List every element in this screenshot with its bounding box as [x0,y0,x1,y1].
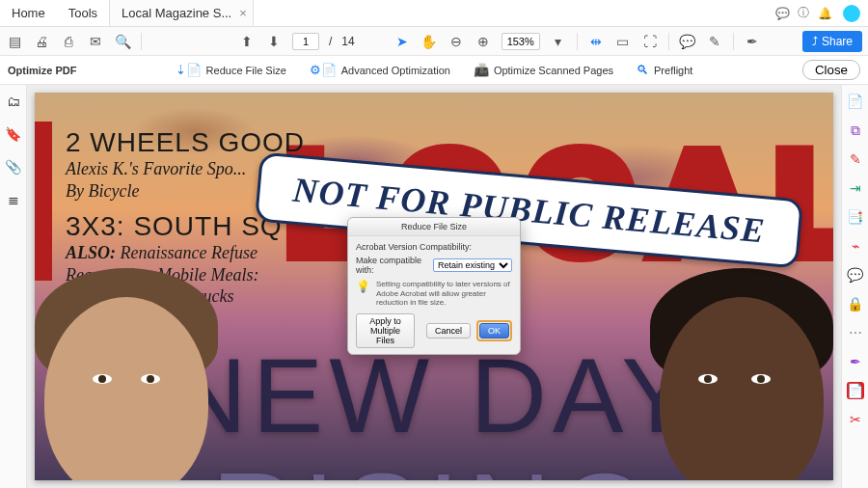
page-down-icon[interactable]: ⬇ [265,33,283,50]
dialog-title: Reduce File Size [348,218,520,236]
optimize-pdf-icon[interactable]: 📄 [847,382,864,399]
optimize-toolbar: Optimize PDF ⇣📄Reduce File Size ⚙︎📄Advan… [0,56,868,85]
tab-document[interactable]: Local Magazine S... × [109,0,254,26]
option-preflight[interactable]: 🔍︎Preflight [637,63,692,77]
notifications-icon[interactable]: 🔔 [814,7,835,20]
scanned-icon: 📠 [474,63,489,77]
export-pdf-icon[interactable]: ⇥ [847,179,864,197]
divider [733,33,734,50]
sign-icon[interactable]: ✒︎ [744,33,761,50]
preflight-icon: 🔍︎ [637,63,649,77]
zoom-out-icon[interactable]: ⊖ [448,33,465,50]
print-icon[interactable]: 🖨 [33,33,50,50]
chat-icon[interactable]: 💬 [772,7,793,20]
redact-icon[interactable]: ✂︎ [847,411,864,428]
fit-page-icon[interactable]: ▭ [614,33,632,50]
fit-width-icon[interactable]: ⇹ [587,33,605,50]
reduce-icon: ⇣📄 [176,63,202,77]
page-sep: / [329,35,332,48]
help-icon[interactable]: ⓘ [793,5,814,21]
create-pdf-icon[interactable]: 📄 [847,93,864,110]
page-total: 14 [341,35,354,48]
headline-1: 2 WHEELS GOOD [66,127,355,158]
combine-icon[interactable]: ⧉ [847,122,864,139]
email-icon[interactable]: ✉ [87,33,104,50]
hand-tool-icon[interactable]: ✋ [420,33,438,50]
tab-tools[interactable]: Tools [57,0,109,26]
divider [141,33,142,50]
zoom-in-icon[interactable]: ⊕ [475,33,492,50]
zoom-dropdown-icon[interactable]: ▾ [550,33,567,50]
main-toolbar: ▤ 🖨 ⎙ ✉ 🔍 ⬆ ⬇ / 14 ➤ ✋ ⊖ ⊕ ▾ ⇹ ▭ ⛶ 💬 ✎ ✒… [0,27,868,56]
make-compatible-label: Make compatible with: [356,256,429,275]
option-label: Advanced Optimization [341,65,450,76]
cover-face-left [35,258,228,480]
tab-home[interactable]: Home [0,0,57,26]
reduce-file-size-dialog: Reduce File Size Acrobat Version Compati… [347,217,521,355]
apply-multiple-button[interactable]: Apply to Multiple Files [356,313,415,348]
option-label: Reduce File Size [206,65,286,76]
edit-pdf-icon[interactable]: ✎ [847,150,864,168]
sidebar-toggle-icon[interactable]: ▤ [6,33,23,50]
ok-focus-ring: OK [476,320,512,341]
option-label: Preflight [654,65,692,76]
thumbnails-icon[interactable]: 🗂 [5,93,22,110]
highlight-icon[interactable]: ✎ [706,33,723,50]
page-up-icon[interactable]: ⬆ [238,33,256,50]
cancel-button[interactable]: Cancel [426,323,471,339]
option-advanced-optimization[interactable]: ⚙︎📄Advanced Optimization [310,63,450,77]
optimize-options: ⇣📄Reduce File Size ⚙︎📄Advanced Optimizat… [0,63,868,77]
share-label: Share [822,35,853,48]
compatibility-select[interactable]: Retain existing [433,258,512,272]
selection-tool-icon[interactable]: ➤ [393,33,411,50]
page-number-input[interactable] [292,33,319,50]
option-label: Optimize Scanned Pages [494,65,613,76]
right-tool-rail: 📄 ⧉ ✎ ⇥ 📑 ⌁ 💬 🔒 ⋯ ✒︎ 📄 ✂︎ [841,85,868,488]
left-rail: 🗂 🔖 📎 ≣ [0,85,27,488]
option-reduce-file-size[interactable]: ⇣📄Reduce File Size [176,63,286,77]
more-tools-icon[interactable]: ⋯ [847,324,864,341]
read-mode-icon[interactable]: ⛶ [641,33,659,50]
protect-icon[interactable]: 🔒 [847,295,864,312]
comment-tool-icon[interactable]: 💬 [847,266,864,284]
save-icon[interactable]: ⎙ [60,33,77,50]
share-button[interactable]: ⤴Share [802,31,862,52]
share-icon: ⤴ [812,35,818,48]
cover-face-right [621,258,833,480]
bookmarks-icon[interactable]: 🔖 [5,125,22,143]
lightbulb-icon: 💡 [356,280,370,293]
masthead-accent [35,122,52,281]
advanced-icon: ⚙︎📄 [310,63,337,77]
ok-button[interactable]: OK [479,323,509,339]
zoom-input[interactable] [502,33,540,50]
attachments-icon[interactable]: 📎 [5,158,22,176]
divider [668,33,669,50]
dialog-tip: 💡 Setting compatibility to later version… [356,280,512,308]
compatibility-label: Acrobat Version Compatibility: [356,242,512,252]
organize-icon[interactable]: 📑 [847,208,864,226]
tab-close-icon[interactable]: × [239,6,247,20]
tip-text: Setting compatibility to later versions … [376,280,512,308]
enhance-scan-icon[interactable]: ⌁ [847,237,864,255]
option-optimize-scanned[interactable]: 📠Optimize Scanned Pages [474,63,613,77]
tab-document-label: Local Magazine S... [122,6,231,20]
search-icon[interactable]: 🔍 [114,33,131,50]
comment-icon[interactable]: 💬 [679,33,696,50]
fill-sign-icon[interactable]: ✒︎ [847,353,864,370]
divider [577,33,578,50]
layers-icon[interactable]: ≣ [5,191,22,208]
user-avatar[interactable] [843,5,860,22]
tab-bar: Home Tools Local Magazine S... × 💬 ⓘ 🔔 [0,0,868,27]
